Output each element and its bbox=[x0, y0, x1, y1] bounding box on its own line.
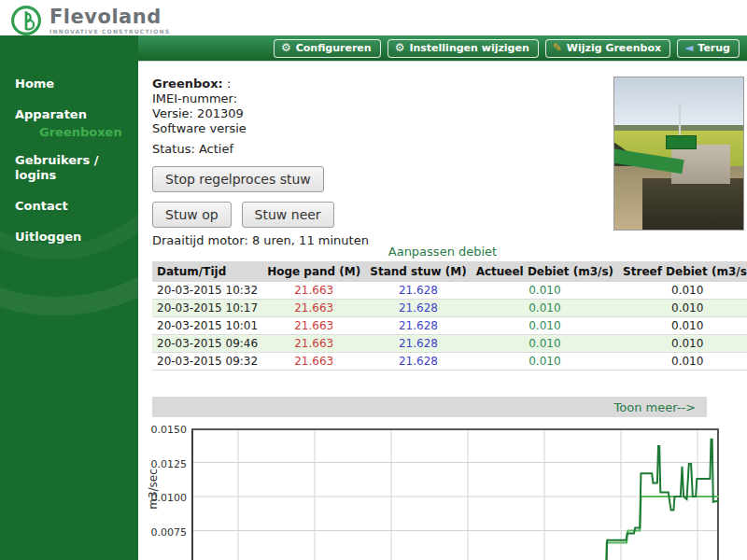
page: Flevoland INNOVATIVE CONSTRUCTIONS Home … bbox=[0, 0, 747, 560]
table-header-row: Datum/Tijd Hoge pand (M) Stand stuw (M) … bbox=[152, 261, 747, 282]
status-value: Actief bbox=[199, 142, 233, 156]
cell-stand-stuw: 21.628 bbox=[365, 317, 471, 335]
pencil-icon: ✎ bbox=[553, 42, 562, 53]
chart-ytick: 0.0125 bbox=[146, 458, 187, 470]
wijzig-greenbox-label: Wijzig Greenbox bbox=[567, 42, 661, 54]
greenbox-label: Greenbox: bbox=[152, 77, 223, 91]
main-content: Greenbox: : IMEI-nummer: Versie: 201309 … bbox=[138, 62, 747, 560]
cell-stand-stuw: 21.628 bbox=[365, 335, 471, 353]
top-header: Flevoland INNOVATIVE CONSTRUCTIONS bbox=[0, 0, 747, 37]
stuw-buttons: Stuw op Stuw neer bbox=[152, 202, 334, 228]
cell-hoge-pand: 21.663 bbox=[262, 353, 365, 371]
cell-stand-stuw: 21.628 bbox=[365, 282, 471, 300]
back-arrow-icon: ◄ bbox=[684, 42, 693, 53]
debiet-chart: m3/sec 0.0150 0.0125 0.0100 0.0075 bbox=[138, 425, 747, 560]
imei-line: IMEI-nummer: bbox=[152, 91, 268, 106]
greenbox-value: : bbox=[227, 77, 231, 91]
header-stand-stuw: Stand stuw (M) bbox=[365, 261, 471, 282]
instellingen-wijzigen-label: Instellingen wijzigen bbox=[409, 42, 529, 54]
chart-ytick: 0.0150 bbox=[146, 424, 187, 436]
greenbox-site-photo bbox=[613, 77, 744, 231]
toon-meer-link[interactable]: Toon meer--> bbox=[614, 400, 696, 414]
cell-actueel-debiet: 0.010 bbox=[472, 317, 618, 335]
header-streef-debiet: Streef Debiet (m3/s) bbox=[618, 261, 747, 282]
sidebar-item-uitloggen[interactable]: Uitloggen bbox=[0, 230, 138, 245]
header-actueel-debiet: Actueel Debiet (m3/s) bbox=[472, 261, 618, 282]
greenbox-info: Greenbox: : IMEI-nummer: Versie: 201309 … bbox=[152, 77, 268, 136]
header-datum-tijd: Datum/Tijd bbox=[152, 261, 262, 282]
cell-datum: 20-03-2015 10:32 bbox=[152, 282, 262, 300]
cell-datum: 20-03-2015 10:01 bbox=[152, 317, 262, 335]
cell-actueel-debiet: 0.010 bbox=[472, 353, 618, 371]
cell-datum: 20-03-2015 09:46 bbox=[152, 335, 262, 353]
photo-greenbox-device bbox=[666, 135, 697, 149]
logo-tagline: INNOVATIVE CONSTRUCTIONS bbox=[49, 28, 170, 35]
flevoland-logo-icon bbox=[9, 4, 43, 37]
terug-button[interactable]: ◄ Terug bbox=[677, 39, 740, 58]
sidebar-menu: Home Apparaten Greenboxen Gebruikers / l… bbox=[0, 77, 138, 260]
cell-datum: 20-03-2015 10:17 bbox=[152, 300, 262, 317]
photo-water bbox=[642, 178, 743, 230]
table-footer: Toon meer--> bbox=[152, 397, 707, 417]
versie-line: Versie: 201309 bbox=[152, 106, 268, 121]
cell-hoge-pand: 21.663 bbox=[262, 282, 365, 300]
cell-streef-debiet: 0.010 bbox=[618, 300, 747, 317]
wijzig-greenbox-button[interactable]: ✎ Wijzig Greenbox bbox=[545, 39, 670, 58]
sidebar-item-greenboxen[interactable]: Greenboxen bbox=[0, 125, 138, 140]
cell-streef-debiet: 0.010 bbox=[618, 353, 747, 371]
logo-name: Flevoland bbox=[49, 7, 170, 27]
configureren-label: Configureren bbox=[296, 42, 372, 54]
table-row: 20-03-2015 10:3221.66321.6280.0100.0102.… bbox=[152, 282, 747, 300]
table-row: 20-03-2015 09:3221.66321.6280.0100.0102.… bbox=[152, 353, 747, 371]
aanpassen-debiet-link[interactable]: Aanpassen debiet bbox=[388, 245, 497, 259]
chart-plot-area bbox=[191, 428, 719, 560]
header-hoge-pand: Hoge pand (M) bbox=[262, 261, 365, 282]
stuw-neer-button[interactable]: Stuw neer bbox=[242, 202, 334, 228]
cell-actueel-debiet: 0.010 bbox=[472, 335, 618, 353]
table-row: 20-03-2015 10:0121.66321.6280.0100.0102.… bbox=[152, 317, 747, 335]
chart-ytick: 0.0100 bbox=[146, 492, 187, 504]
terug-label: Terug bbox=[698, 42, 730, 54]
cell-hoge-pand: 21.663 bbox=[262, 335, 365, 353]
cell-hoge-pand: 21.663 bbox=[262, 317, 365, 335]
configureren-button[interactable]: ⚙ Configureren bbox=[274, 39, 381, 58]
toolbar: ⚙ Configureren ⚙ Instellingen wijzigen ✎… bbox=[138, 35, 747, 62]
streef-debiet-line bbox=[606, 497, 720, 560]
measurements-table: Datum/Tijd Hoge pand (M) Stand stuw (M) … bbox=[152, 261, 747, 371]
stop-regelproces-button[interactable]: Stop regelproces stuw bbox=[152, 166, 324, 192]
cell-stand-stuw: 21.628 bbox=[365, 300, 471, 317]
sidebar-item-apparaten[interactable]: Apparaten bbox=[0, 107, 138, 122]
sidebar-item-contact[interactable]: Contact bbox=[0, 199, 138, 214]
status-label: Status: bbox=[152, 142, 195, 156]
cell-streef-debiet: 0.010 bbox=[618, 317, 747, 335]
status-line: Status: Actief bbox=[152, 142, 233, 156]
gear-icon: ⚙ bbox=[395, 42, 405, 53]
sidebar-item-home[interactable]: Home bbox=[0, 77, 138, 91]
sidebar: Home Apparaten Greenboxen Gebruikers / l… bbox=[0, 35, 138, 560]
cell-streef-debiet: 0.010 bbox=[618, 335, 747, 353]
cell-actueel-debiet: 0.010 bbox=[472, 282, 618, 300]
gear-icon: ⚙ bbox=[281, 42, 291, 53]
photo-pole bbox=[679, 102, 681, 138]
table-row: 20-03-2015 09:4621.66321.6280.0100.0102.… bbox=[152, 335, 747, 353]
table-row: 20-03-2015 10:1721.66321.6280.0100.0102.… bbox=[152, 300, 747, 317]
flevoland-logo: Flevoland INNOVATIVE CONSTRUCTIONS bbox=[9, 4, 170, 37]
stuw-op-button[interactable]: Stuw op bbox=[152, 202, 232, 228]
instellingen-wijzigen-button[interactable]: ⚙ Instellingen wijzigen bbox=[388, 39, 539, 58]
cell-hoge-pand: 21.663 bbox=[262, 300, 365, 317]
software-versie-line: Software versie bbox=[152, 121, 268, 136]
cell-actueel-debiet: 0.010 bbox=[472, 300, 618, 317]
cell-stand-stuw: 21.628 bbox=[365, 353, 471, 371]
chart-ytick: 0.0075 bbox=[146, 526, 187, 539]
cell-datum: 20-03-2015 09:32 bbox=[152, 353, 262, 371]
cell-streef-debiet: 0.010 bbox=[618, 282, 747, 300]
sidebar-item-gebruikers-logins[interactable]: Gebruikers / logins bbox=[0, 153, 138, 183]
